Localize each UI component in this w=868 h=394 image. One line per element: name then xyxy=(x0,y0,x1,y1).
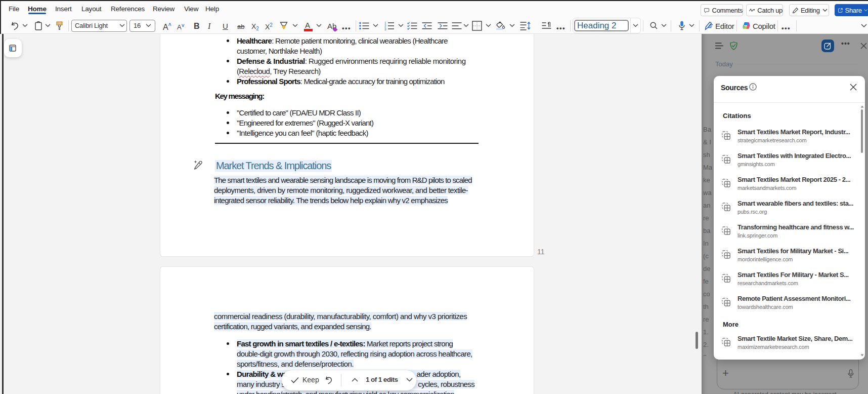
svg-text:3: 3 xyxy=(384,27,386,31)
